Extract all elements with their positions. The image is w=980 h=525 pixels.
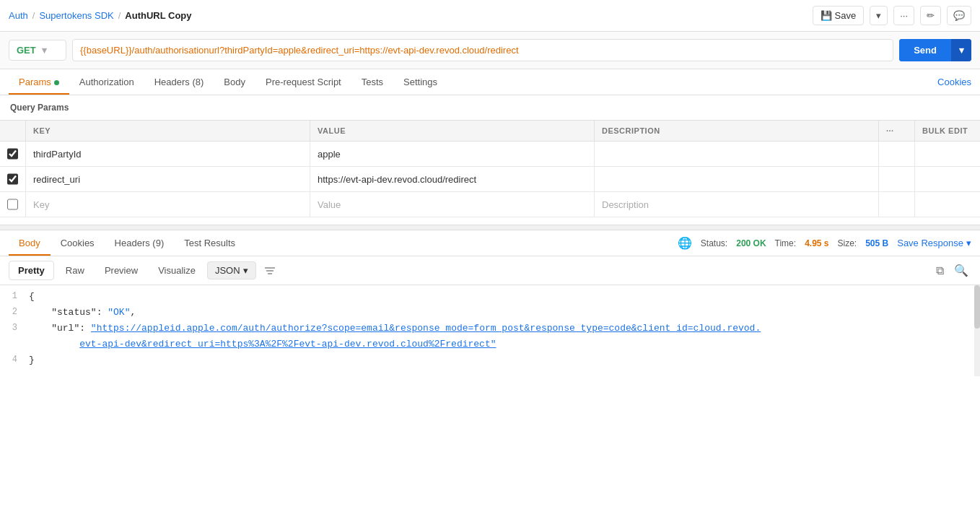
code-line-3: 3 "url": "https://appleid.apple.com/auth…: [0, 323, 980, 339]
section-divider: [0, 225, 980, 230]
tab-pre-request-script[interactable]: Pre-request Script: [255, 69, 351, 95]
breadcrumb-part2[interactable]: Supertokens SDK: [39, 10, 113, 21]
section-title-query-params: Query Params: [0, 95, 980, 120]
edit-button[interactable]: ✏: [920, 6, 941, 25]
tab-headers[interactable]: Headers (8): [144, 69, 214, 95]
scrollbar-thumb[interactable]: [974, 285, 980, 329]
method-select[interactable]: GET ▾: [9, 40, 66, 61]
breadcrumb-sep1: /: [32, 10, 35, 21]
cookies-link[interactable]: Cookies: [937, 77, 971, 87]
comment-button[interactable]: 💬: [947, 6, 971, 25]
line-content-3b: evt-api-dev&redirect_uri=https%3A%2F%2Fe…: [29, 339, 980, 350]
line-num-3: 3: [0, 323, 29, 333]
row1-checkbox[interactable]: [7, 148, 18, 160]
response-tabs: Body Cookies Headers (9) Test Results 🌐 …: [0, 230, 980, 256]
breadcrumb: Auth / Supertokens SDK / AuthURL Copy: [9, 10, 192, 21]
row1-description[interactable]: [595, 142, 879, 166]
row2-checkbox[interactable]: [7, 173, 18, 185]
line-num-2: 2: [0, 307, 29, 317]
send-arrow-icon: ▾: [951, 39, 971, 61]
line-num-4: 4: [0, 355, 29, 365]
size-value: 505 B: [865, 238, 888, 248]
method-label: GET: [17, 45, 36, 56]
more-options-button[interactable]: ···: [893, 6, 914, 25]
col-checkbox: [0, 121, 26, 141]
fmt-tab-pretty[interactable]: Pretty: [9, 261, 54, 280]
save-icon: 💾: [821, 10, 832, 21]
ellipsis-icon: ···: [900, 10, 908, 21]
row1-checkbox-cell: [0, 142, 26, 166]
fmt-tab-raw[interactable]: Raw: [57, 261, 93, 279]
top-actions: 💾 Save ▾ ··· ✏ 💬: [813, 6, 971, 25]
row1-key[interactable]: thirdPartyId: [26, 142, 310, 166]
empty-checkbox-cell: [0, 192, 26, 217]
response-status: 🌐 Status: 200 OK Time: 4.95 s Size: 505 …: [678, 236, 971, 250]
table-row: thirdPartyId apple: [0, 142, 980, 167]
row1-bulk: [915, 142, 980, 166]
resp-tab-test-results[interactable]: Test Results: [174, 230, 245, 256]
status-value: 200 OK: [736, 238, 766, 248]
tab-settings[interactable]: Settings: [393, 69, 447, 95]
copy-response-button[interactable]: ⧉: [933, 261, 947, 280]
breadcrumb-part1[interactable]: Auth: [9, 10, 28, 21]
params-dot: [54, 80, 59, 85]
status-label: Status:: [701, 238, 727, 248]
save-button[interactable]: 💾 Save: [813, 6, 865, 25]
row2-bulk: [915, 167, 980, 191]
table-row-empty: Key Value Description: [0, 192, 980, 217]
send-label: Send: [899, 39, 951, 61]
resp-tab-cookies[interactable]: Cookies: [51, 230, 105, 256]
table-row: redirect_uri https://evt-api-dev.revod.c…: [0, 167, 980, 192]
save-dropdown-button[interactable]: ▾: [870, 6, 888, 25]
breadcrumb-current: AuthURL Copy: [125, 10, 191, 21]
tab-params[interactable]: Params: [9, 69, 69, 95]
format-bar: Pretty Raw Preview Visualize JSON ▾ ⧉ 🔍: [0, 256, 980, 285]
col-description: DESCRIPTION: [595, 121, 879, 141]
empty-options: [879, 192, 915, 217]
format-dropdown[interactable]: JSON ▾: [207, 261, 256, 279]
empty-value[interactable]: Value: [310, 192, 595, 217]
globe-icon: 🌐: [678, 236, 692, 250]
row2-checkbox-cell: [0, 167, 26, 191]
row2-value[interactable]: https://evt-api-dev.revod.cloud/redirect: [310, 167, 595, 191]
empty-key[interactable]: Key: [26, 192, 310, 217]
resp-tab-headers[interactable]: Headers (9): [105, 230, 175, 256]
line-content-1: {: [29, 291, 980, 302]
send-button[interactable]: Send ▾: [899, 39, 971, 61]
code-line-4: 4 }: [0, 355, 980, 370]
url-input[interactable]: [72, 39, 893, 61]
resp-tab-body[interactable]: Body: [9, 230, 51, 256]
row2-description[interactable]: [595, 167, 879, 191]
method-chevron-icon: ▾: [42, 45, 47, 56]
fmt-tab-visualize[interactable]: Visualize: [149, 261, 204, 279]
breadcrumb-sep2: /: [118, 10, 121, 21]
code-line-1: 1 {: [0, 291, 980, 307]
empty-checkbox[interactable]: [7, 199, 18, 210]
request-tabs: Params Authorization Headers (8) Body Pr…: [0, 69, 980, 95]
edit-icon: ✏: [927, 10, 935, 21]
fmt-tab-preview[interactable]: Preview: [96, 261, 146, 279]
row2-options[interactable]: [879, 167, 915, 191]
line-content-3: "url": "https://appleid.apple.com/auth/a…: [29, 323, 980, 334]
col-key: KEY: [26, 121, 310, 141]
tab-authorization[interactable]: Authorization: [69, 69, 144, 95]
response-body: 1 { 2 "status": "OK", 3 "url": "https://…: [0, 285, 980, 376]
time-label: Time:: [775, 238, 797, 248]
empty-description[interactable]: Description: [595, 192, 879, 217]
row1-value[interactable]: apple: [310, 142, 595, 166]
filter-icon[interactable]: [263, 264, 276, 277]
save-response-chevron-icon: ▾: [966, 238, 971, 248]
top-bar: Auth / Supertokens SDK / AuthURL Copy 💾 …: [0, 0, 980, 32]
search-response-button[interactable]: 🔍: [951, 261, 971, 280]
row1-options[interactable]: [879, 142, 915, 166]
vertical-scrollbar[interactable]: [974, 285, 980, 376]
col-options: ···: [879, 121, 915, 141]
tab-tests[interactable]: Tests: [351, 69, 393, 95]
tab-body[interactable]: Body: [214, 69, 255, 95]
row2-key[interactable]: redirect_uri: [26, 167, 310, 191]
line-content-2: "status": "OK",: [29, 307, 980, 318]
save-response-button[interactable]: Save Response ▾: [897, 238, 971, 248]
comment-icon: 💬: [953, 10, 965, 21]
empty-bulk: [915, 192, 980, 217]
url-bar: GET ▾ Send ▾: [0, 32, 980, 69]
